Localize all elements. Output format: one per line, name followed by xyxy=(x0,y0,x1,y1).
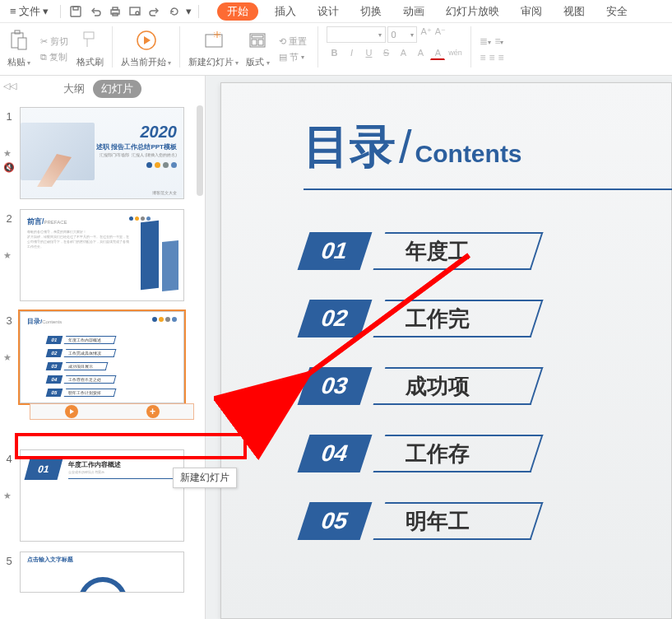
subscript-button[interactable]: A xyxy=(413,45,428,60)
slide4-line xyxy=(68,478,174,479)
slide5-ring xyxy=(78,577,127,593)
layout-group[interactable]: 版式 ▾ xyxy=(243,26,271,68)
thumb-row-5[interactable]: 5 点击输入文字标题 xyxy=(0,547,205,598)
row-box: 工作完 xyxy=(373,300,544,337)
brush-icon xyxy=(76,26,104,54)
separator xyxy=(470,26,471,67)
align-left-icon[interactable]: ≡ xyxy=(480,52,485,63)
thumb-3[interactable]: 目录/Contents 01年度工作内容概述 02工作完成具体情况 03成功项目… xyxy=(20,311,184,403)
thumb-row-1[interactable]: 1 2020 述职 报告工作总结PPT模板 汇报部门/市场部 汇报人:(请插入您… xyxy=(0,102,205,204)
highlight-button[interactable]: wén xyxy=(447,45,462,60)
thumb-number: 4 xyxy=(3,449,15,465)
title-en: Contents xyxy=(415,140,522,168)
slide3-item-1: 01年度工作内容概述 xyxy=(47,335,115,344)
ribbon: 粘贴 ▾ ✂剪切 ⧉复制 格式刷 从当前开始 ▾ 新建幻灯片 ▾ 版式 ▾ ⟲重… xyxy=(0,23,672,76)
tab-slideshow[interactable]: 幻灯片放映 xyxy=(441,2,504,21)
tab-animation[interactable]: 动画 xyxy=(398,2,429,21)
svg-rect-15 xyxy=(252,40,257,45)
contents-row-4: 04工作存 xyxy=(304,432,671,475)
divider xyxy=(198,5,199,18)
paste-label: 粘贴 ▾ xyxy=(7,56,30,68)
thumb-list: 1 2020 述职 报告工作总结PPT模板 汇报部门/市场部 汇报人:(请插入您… xyxy=(0,102,205,619)
row-num: 03 xyxy=(298,367,373,405)
thumb-5[interactable]: 点击输入文字标题 xyxy=(20,552,184,593)
font-size-select[interactable]: 0▾ xyxy=(387,26,417,43)
title-slash: / xyxy=(399,119,412,173)
slide1-subtitle: 述职 报告工作总结PPT模板 xyxy=(96,142,177,151)
svg-rect-3 xyxy=(113,7,118,10)
underline-button[interactable]: U xyxy=(361,45,376,60)
contents-row-3: 03成功项 xyxy=(304,365,671,407)
new-slide-group[interactable]: 新建幻灯片 ▾ xyxy=(188,26,239,68)
font-family-select[interactable]: ▾ xyxy=(327,26,386,43)
format-painter-group[interactable]: 格式刷 xyxy=(76,26,104,68)
decrease-font-icon[interactable]: A⁻ xyxy=(435,26,446,43)
redo2-icon[interactable] xyxy=(166,3,183,20)
slide3-title: 目录/Contents xyxy=(27,317,62,326)
current-slide[interactable]: 目录 / Contents 01年度工 02工作完 03成功项 04工作存 05… xyxy=(220,82,672,619)
tab-review[interactable]: 审阅 xyxy=(516,2,547,21)
row-box: 明年工 xyxy=(373,502,544,540)
align-right-icon[interactable]: ≡ xyxy=(498,52,504,63)
quick-access-dropdown[interactable]: ▾ xyxy=(186,5,192,17)
slide3-item-2: 02工作完成具体情况 xyxy=(47,348,115,357)
bullets-icon[interactable]: ≣▾ xyxy=(480,35,491,47)
thumb-row-4[interactable]: 4 01 年度工作内容概述 企业成长历程简介与展示 ★ xyxy=(0,444,205,547)
row-box: 成功项 xyxy=(373,367,544,405)
cut-button[interactable]: ✂剪切 xyxy=(38,35,71,49)
file-menu[interactable]: ≡ 文件 ▾ xyxy=(5,2,53,21)
save-icon[interactable] xyxy=(67,3,84,20)
new-slide-tooltip: 新建幻灯片 xyxy=(173,468,237,488)
hamburger-icon: ≡ xyxy=(10,5,16,17)
tab-security[interactable]: 安全 xyxy=(601,2,633,21)
new-slide-icon xyxy=(200,26,228,54)
animation-icon: ★ xyxy=(3,250,12,261)
slide-canvas[interactable]: 目录 / Contents 01年度工 02工作完 03成功项 04工作存 05… xyxy=(206,76,672,619)
contents-row-1: 01年度工 xyxy=(304,230,671,272)
add-slide-button[interactable]: + xyxy=(146,405,160,418)
thumb-number: 1 xyxy=(3,107,15,123)
bold-button[interactable]: B xyxy=(327,45,341,60)
paragraph-group: ≣▾ ≡▾ ≡ ≡ ≡ xyxy=(480,26,503,72)
redo-icon[interactable] xyxy=(146,3,163,20)
reset-icon: ⟲ xyxy=(279,36,286,47)
copy-label: 复制 xyxy=(49,51,67,63)
thumb-2[interactable]: 前言/PREFACE 尊敬的各位领导，亲爱的同事们大家好！岁月如梭，转眼间我们已… xyxy=(20,209,184,301)
thumb-indicators: ★ xyxy=(3,491,12,501)
tab-insert[interactable]: 插入 xyxy=(270,2,301,21)
outline-tab[interactable]: 大纲 xyxy=(63,81,85,96)
tab-start[interactable]: 开始 xyxy=(217,2,258,21)
new-slide-label: 新建幻灯片 ▾ xyxy=(188,56,239,68)
row-box: 工作存 xyxy=(373,435,544,472)
main-area: 大纲 幻灯片 1 2020 述职 报告工作总结PPT模板 汇报部门/市场部 汇报… xyxy=(0,76,672,619)
copy-button[interactable]: ⧉复制 xyxy=(38,50,71,64)
thumb-row-2[interactable]: 2 前言/PREFACE 尊敬的各位领导，亲爱的同事们大家好！岁月如梭，转眼间我… xyxy=(0,204,205,306)
increase-font-icon[interactable]: A⁺ xyxy=(420,26,431,43)
slides-tab[interactable]: 幻灯片 xyxy=(93,80,141,98)
row-num: 01 xyxy=(298,232,373,270)
paste-group[interactable]: 粘贴 ▾ xyxy=(5,26,33,68)
tab-design[interactable]: 设计 xyxy=(313,2,344,21)
undo-icon[interactable] xyxy=(87,3,104,20)
start-slideshow-group[interactable]: 从当前开始 ▾ xyxy=(121,26,171,68)
title-underline xyxy=(304,188,672,190)
tab-transition[interactable]: 切换 xyxy=(355,2,387,21)
row-num: 04 xyxy=(298,435,373,472)
thumb-1[interactable]: 2020 述职 报告工作总结PPT模板 汇报部门/市场部 汇报人:(请插入您的姓… xyxy=(20,107,184,199)
separator xyxy=(179,26,180,67)
numbering-icon[interactable]: ≡▾ xyxy=(494,35,503,47)
section-button[interactable]: ▤节 ▾ xyxy=(276,50,309,64)
tab-view[interactable]: 视图 xyxy=(558,2,590,21)
play-from-here-button[interactable] xyxy=(65,405,78,418)
preview-icon[interactable] xyxy=(127,3,143,20)
thumb-4[interactable]: 01 年度工作内容概述 企业成长历程简介与展示 xyxy=(20,449,184,542)
superscript-button[interactable]: A xyxy=(396,45,410,60)
print-icon[interactable] xyxy=(107,3,123,20)
align-center-icon[interactable]: ≡ xyxy=(489,52,494,63)
italic-button[interactable]: I xyxy=(344,45,359,60)
strike-button[interactable]: S xyxy=(378,45,393,60)
slide3-item-5: 05明年工作计划安排 xyxy=(47,388,115,397)
font-color-button[interactable]: A xyxy=(430,45,445,60)
reset-button[interactable]: ⟲重置 xyxy=(276,35,309,49)
thumb-row-3[interactable]: 3 目录/Contents 01年度工作内容概述 02工作完成具体情况 03成功… xyxy=(0,306,205,426)
